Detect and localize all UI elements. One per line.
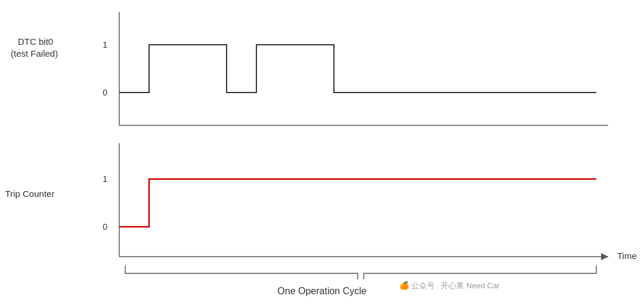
dtc-label: DTC bit0: [18, 36, 53, 47]
dtc-signal: [119, 45, 596, 93]
time-label: Time: [617, 251, 637, 261]
brace-right: [364, 266, 596, 279]
brace-left: [125, 266, 358, 279]
label-0-top: 0: [103, 88, 107, 97]
label-1-bottom: 1: [103, 174, 107, 184]
chart-container: DTC bit0 (test Failed) 1 0 Trip Counter …: [0, 0, 644, 305]
label-1-top: 1: [103, 40, 107, 50]
x-axis-arrow: [601, 253, 608, 260]
watermark: 🍊 公众号 · 开心果 Need Car: [400, 281, 500, 291]
trip-label: Trip Counter: [5, 189, 55, 199]
one-operation-cycle-label: One Operation Cycle: [277, 286, 367, 296]
trip-signal: [119, 179, 596, 227]
label-0-bottom: 0: [103, 222, 107, 232]
dtc-sublabel: (test Failed): [11, 48, 58, 58]
